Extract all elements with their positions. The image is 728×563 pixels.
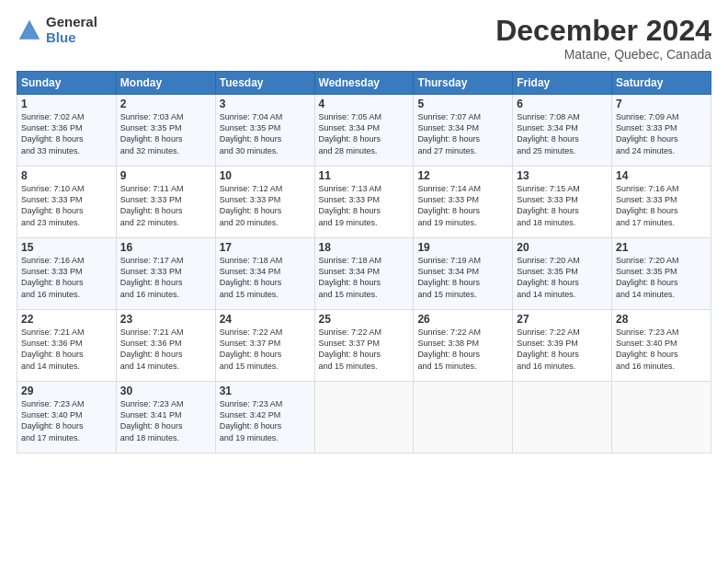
calendar-cell: 20Sunrise: 7:20 AMSunset: 3:35 PMDayligh… (513, 238, 612, 310)
calendar-cell: 1Sunrise: 7:02 AMSunset: 3:36 PMDaylight… (17, 95, 117, 167)
calendar-cell: 18Sunrise: 7:18 AMSunset: 3:34 PMDayligh… (314, 238, 414, 310)
day-number: 13 (517, 169, 608, 182)
day-info: Sunrise: 7:15 AMSunset: 3:33 PMDaylight:… (517, 183, 608, 228)
calendar-cell: 6Sunrise: 7:08 AMSunset: 3:34 PMDaylight… (513, 95, 612, 167)
day-info: Sunrise: 7:21 AMSunset: 3:36 PMDaylight:… (21, 327, 112, 372)
col-monday: Monday (116, 72, 215, 95)
day-number: 23 (120, 313, 211, 326)
day-number: 22 (21, 313, 112, 326)
calendar-cell: 28Sunrise: 7:23 AMSunset: 3:40 PMDayligh… (612, 310, 711, 382)
day-number: 8 (21, 169, 112, 182)
calendar-cell: 2Sunrise: 7:03 AMSunset: 3:35 PMDaylight… (116, 95, 215, 167)
day-number: 4 (319, 98, 410, 110)
day-info: Sunrise: 7:12 AMSunset: 3:33 PMDaylight:… (220, 183, 311, 228)
calendar-week-5: 29Sunrise: 7:23 AMSunset: 3:40 PMDayligh… (17, 382, 711, 454)
calendar-cell: 17Sunrise: 7:18 AMSunset: 3:34 PMDayligh… (215, 238, 314, 310)
calendar-cell: 16Sunrise: 7:17 AMSunset: 3:33 PMDayligh… (116, 238, 215, 310)
day-number: 2 (120, 98, 211, 110)
day-number: 24 (220, 313, 311, 326)
page: General Blue December 2024 Matane, Quebe… (0, 0, 728, 563)
calendar-cell: 9Sunrise: 7:11 AMSunset: 3:33 PMDaylight… (116, 167, 215, 238)
day-number: 9 (120, 169, 211, 182)
day-info: Sunrise: 7:14 AMSunset: 3:33 PMDaylight:… (417, 183, 508, 228)
calendar-cell: 5Sunrise: 7:07 AMSunset: 3:34 PMDaylight… (414, 95, 513, 167)
day-number: 11 (319, 169, 410, 182)
logo-blue-text: Blue (46, 30, 97, 46)
day-info: Sunrise: 7:19 AMSunset: 3:34 PMDaylight:… (417, 255, 508, 300)
day-number: 12 (417, 169, 508, 182)
calendar-cell: 21Sunrise: 7:20 AMSunset: 3:35 PMDayligh… (612, 238, 711, 310)
calendar-cell: 7Sunrise: 7:09 AMSunset: 3:33 PMDaylight… (612, 95, 711, 167)
day-info: Sunrise: 7:22 AMSunset: 3:37 PMDaylight:… (319, 327, 410, 372)
calendar-cell: 12Sunrise: 7:14 AMSunset: 3:33 PMDayligh… (414, 167, 513, 238)
calendar-cell: 24Sunrise: 7:22 AMSunset: 3:37 PMDayligh… (215, 310, 314, 382)
calendar-cell (314, 382, 414, 454)
day-number: 31 (220, 385, 311, 397)
calendar-cell: 11Sunrise: 7:13 AMSunset: 3:33 PMDayligh… (314, 167, 414, 238)
col-thursday: Thursday (414, 72, 513, 95)
day-number: 7 (616, 98, 707, 110)
day-info: Sunrise: 7:18 AMSunset: 3:34 PMDaylight:… (220, 255, 311, 300)
day-info: Sunrise: 7:20 AMSunset: 3:35 PMDaylight:… (517, 255, 608, 300)
calendar-cell: 15Sunrise: 7:16 AMSunset: 3:33 PMDayligh… (17, 238, 117, 310)
calendar-cell (612, 382, 711, 454)
day-info: Sunrise: 7:10 AMSunset: 3:33 PMDaylight:… (21, 183, 112, 228)
day-info: Sunrise: 7:03 AMSunset: 3:35 PMDaylight:… (120, 111, 211, 156)
day-info: Sunrise: 7:04 AMSunset: 3:35 PMDaylight:… (220, 111, 311, 156)
calendar-table: Sunday Monday Tuesday Wednesday Thursday… (17, 71, 711, 454)
day-number: 27 (517, 313, 608, 326)
day-number: 15 (21, 241, 112, 254)
calendar-cell: 14Sunrise: 7:16 AMSunset: 3:33 PMDayligh… (612, 167, 711, 238)
day-number: 25 (319, 313, 410, 326)
day-number: 1 (21, 98, 112, 110)
calendar-cell: 27Sunrise: 7:22 AMSunset: 3:39 PMDayligh… (513, 310, 612, 382)
calendar-cell: 29Sunrise: 7:23 AMSunset: 3:40 PMDayligh… (17, 382, 117, 454)
calendar-cell: 23Sunrise: 7:21 AMSunset: 3:36 PMDayligh… (116, 310, 215, 382)
day-info: Sunrise: 7:09 AMSunset: 3:33 PMDaylight:… (616, 111, 707, 156)
calendar-week-2: 8Sunrise: 7:10 AMSunset: 3:33 PMDaylight… (17, 167, 711, 238)
calendar-cell: 26Sunrise: 7:22 AMSunset: 3:38 PMDayligh… (414, 310, 513, 382)
day-info: Sunrise: 7:08 AMSunset: 3:34 PMDaylight:… (517, 111, 608, 156)
day-info: Sunrise: 7:07 AMSunset: 3:34 PMDaylight:… (417, 111, 508, 156)
day-info: Sunrise: 7:20 AMSunset: 3:35 PMDaylight:… (616, 255, 707, 300)
day-info: Sunrise: 7:17 AMSunset: 3:33 PMDaylight:… (120, 255, 211, 300)
col-sunday: Sunday (17, 72, 117, 95)
calendar-week-1: 1Sunrise: 7:02 AMSunset: 3:36 PMDaylight… (17, 95, 711, 167)
header-row: Sunday Monday Tuesday Wednesday Thursday… (17, 72, 711, 95)
calendar-cell: 22Sunrise: 7:21 AMSunset: 3:36 PMDayligh… (17, 310, 117, 382)
calendar-cell: 31Sunrise: 7:23 AMSunset: 3:42 PMDayligh… (215, 382, 314, 454)
title-block: December 2024 Matane, Quebec, Canada (495, 15, 711, 62)
day-number: 28 (616, 313, 707, 326)
day-number: 3 (220, 98, 311, 110)
day-info: Sunrise: 7:23 AMSunset: 3:42 PMDaylight:… (220, 398, 311, 443)
day-info: Sunrise: 7:22 AMSunset: 3:37 PMDaylight:… (220, 327, 311, 372)
subtitle: Matane, Quebec, Canada (495, 47, 711, 62)
day-number: 29 (21, 385, 112, 397)
day-number: 21 (616, 241, 707, 254)
day-info: Sunrise: 7:22 AMSunset: 3:39 PMDaylight:… (517, 327, 608, 372)
calendar-week-4: 22Sunrise: 7:21 AMSunset: 3:36 PMDayligh… (17, 310, 711, 382)
day-number: 17 (220, 241, 311, 254)
calendar-cell: 25Sunrise: 7:22 AMSunset: 3:37 PMDayligh… (314, 310, 414, 382)
day-info: Sunrise: 7:16 AMSunset: 3:33 PMDaylight:… (616, 183, 707, 228)
day-number: 20 (517, 241, 608, 254)
calendar-week-3: 15Sunrise: 7:16 AMSunset: 3:33 PMDayligh… (17, 238, 711, 310)
col-wednesday: Wednesday (314, 72, 414, 95)
calendar-cell: 8Sunrise: 7:10 AMSunset: 3:33 PMDaylight… (17, 167, 117, 238)
calendar-cell: 4Sunrise: 7:05 AMSunset: 3:34 PMDaylight… (314, 95, 414, 167)
day-info: Sunrise: 7:23 AMSunset: 3:40 PMDaylight:… (21, 398, 112, 443)
logo-text: General Blue (46, 15, 97, 45)
day-number: 6 (517, 98, 608, 110)
day-number: 14 (616, 169, 707, 182)
day-info: Sunrise: 7:16 AMSunset: 3:33 PMDaylight:… (21, 255, 112, 300)
calendar-cell: 30Sunrise: 7:23 AMSunset: 3:41 PMDayligh… (116, 382, 215, 454)
day-info: Sunrise: 7:13 AMSunset: 3:33 PMDaylight:… (319, 183, 410, 228)
logo-general-text: General (46, 15, 97, 30)
calendar-cell (513, 382, 612, 454)
day-number: 30 (120, 385, 211, 397)
main-title: December 2024 (495, 15, 711, 47)
header: General Blue December 2024 Matane, Quebe… (17, 15, 711, 62)
day-number: 18 (319, 241, 410, 254)
day-number: 10 (220, 169, 311, 182)
day-info: Sunrise: 7:11 AMSunset: 3:33 PMDaylight:… (120, 183, 211, 228)
